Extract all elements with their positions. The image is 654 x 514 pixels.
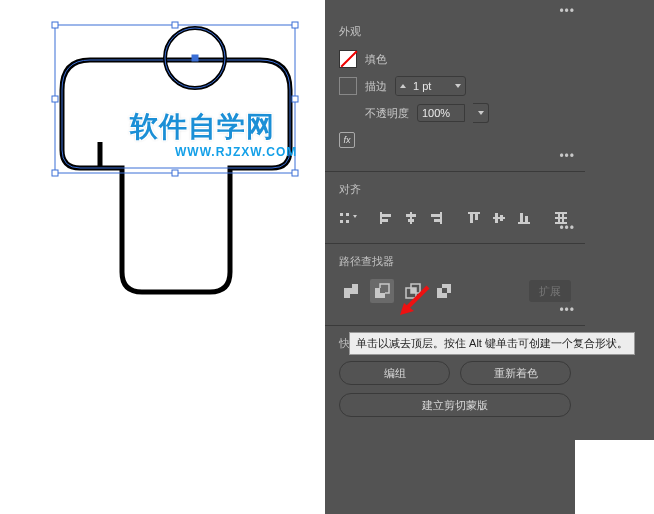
stroke-weight-input[interactable]: [409, 77, 451, 95]
svg-rect-12: [346, 220, 349, 223]
white-corner: [575, 440, 654, 514]
svg-rect-42: [442, 288, 447, 293]
fx-button[interactable]: fx: [339, 132, 355, 148]
svg-rect-19: [440, 212, 442, 224]
artwork-svg: [0, 0, 325, 514]
annotation-arrow-icon: [398, 283, 434, 319]
svg-rect-9: [340, 213, 343, 216]
svg-rect-27: [500, 215, 503, 221]
align-row: [339, 207, 571, 229]
svg-rect-26: [495, 213, 498, 223]
svg-rect-30: [525, 216, 528, 222]
svg-rect-25: [493, 217, 505, 219]
align-left-icon[interactable]: [376, 207, 396, 229]
svg-rect-22: [468, 212, 480, 214]
opacity-row: 不透明度: [339, 103, 571, 123]
svg-rect-4: [292, 96, 298, 102]
pathfinder-title: 路径查找器: [339, 254, 571, 269]
svg-rect-14: [382, 214, 391, 217]
fill-row: 填色: [339, 49, 571, 69]
svg-rect-15: [382, 219, 388, 222]
svg-rect-32: [555, 217, 567, 219]
align-more-icon[interactable]: •••: [559, 221, 575, 235]
svg-rect-28: [518, 222, 530, 224]
svg-rect-1: [172, 22, 178, 28]
properties-panel: ••• 外观 填色 描边 不透明度 fx •••: [325, 0, 585, 514]
stroke-dropdown-icon[interactable]: [451, 77, 465, 95]
svg-rect-8: [192, 55, 198, 61]
align-bottom-icon[interactable]: [514, 207, 534, 229]
pathfinder-row: 扩展: [339, 279, 571, 303]
selection-outline-body: [62, 60, 290, 168]
selection-handles[interactable]: [52, 22, 298, 176]
pathfinder-minus-front-icon[interactable]: [370, 279, 394, 303]
align-right-icon[interactable]: [426, 207, 446, 229]
align-title: 对齐: [339, 182, 571, 197]
svg-rect-31: [555, 212, 567, 214]
tooltip: 单击以减去顶层。按住 Alt 键单击可创建一个复合形状。: [349, 332, 635, 355]
group-button[interactable]: 编组: [339, 361, 450, 385]
right-strip: [585, 0, 654, 440]
fx-row: fx: [339, 130, 571, 150]
align-top-icon[interactable]: [464, 207, 484, 229]
align-section: 对齐 •••: [325, 172, 585, 244]
svg-rect-3: [52, 96, 58, 102]
svg-rect-2: [292, 22, 298, 28]
svg-rect-13: [380, 212, 382, 224]
stroke-decrease-button[interactable]: [396, 77, 409, 95]
opacity-dropdown-icon[interactable]: [473, 103, 489, 123]
svg-rect-6: [172, 170, 178, 176]
svg-rect-11: [346, 213, 349, 216]
svg-rect-23: [470, 214, 473, 223]
stroke-label: 描边: [365, 79, 387, 94]
fill-label: 填色: [365, 52, 387, 67]
svg-rect-7: [292, 170, 298, 176]
svg-rect-10: [340, 220, 343, 223]
stroke-row: 描边: [339, 76, 571, 96]
stroke-weight-stepper[interactable]: [395, 76, 466, 96]
expand-button[interactable]: 扩展: [529, 280, 571, 302]
pathfinder-unite-icon[interactable]: [339, 279, 363, 303]
svg-rect-16: [410, 212, 412, 224]
bounding-box: [55, 25, 295, 173]
stroke-swatch-icon[interactable]: [339, 77, 357, 95]
pathfinder-section: 路径查找器 扩展 •••: [325, 244, 585, 326]
fill-swatch-none-icon[interactable]: [339, 50, 357, 68]
svg-rect-5: [52, 170, 58, 176]
opacity-label: 不透明度: [365, 106, 409, 121]
svg-rect-24: [475, 214, 478, 220]
appearance-title: 外观: [339, 24, 571, 39]
appearance-section: 外观 填色 描边 不透明度 fx •••: [325, 0, 585, 172]
svg-rect-18: [408, 219, 414, 222]
clipmask-button[interactable]: 建立剪切蒙版: [339, 393, 571, 417]
appearance-more-icon[interactable]: •••: [559, 149, 575, 163]
align-mode-dropdown[interactable]: [339, 207, 359, 229]
align-vcenter-icon[interactable]: [489, 207, 509, 229]
svg-rect-17: [406, 214, 416, 217]
canvas-area[interactable]: 软件自学网 WWW.RJZXW.COM: [0, 0, 325, 514]
pathfinder-exclude-icon[interactable]: [432, 279, 456, 303]
recolor-button[interactable]: 重新着色: [460, 361, 571, 385]
svg-rect-0: [52, 22, 58, 28]
opacity-input[interactable]: [417, 104, 465, 122]
pathfinder-more-icon[interactable]: •••: [559, 303, 575, 317]
svg-rect-21: [434, 219, 440, 222]
svg-rect-20: [431, 214, 440, 217]
svg-rect-38: [380, 288, 385, 293]
align-hcenter-icon[interactable]: [401, 207, 421, 229]
opacity-swatch-icon[interactable]: [339, 104, 357, 122]
svg-rect-29: [520, 213, 523, 222]
